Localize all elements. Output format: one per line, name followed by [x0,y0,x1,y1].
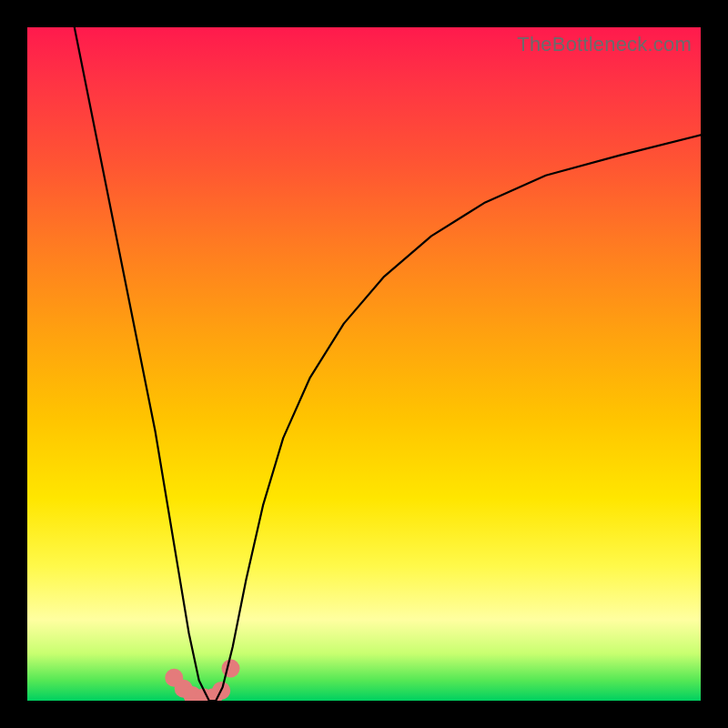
chart-svg [27,27,701,701]
data-point [222,660,240,678]
plot-area: TheBottleneck.com [27,27,701,701]
chart-frame: TheBottleneck.com [0,0,728,728]
bottleneck-curve [75,27,701,701]
